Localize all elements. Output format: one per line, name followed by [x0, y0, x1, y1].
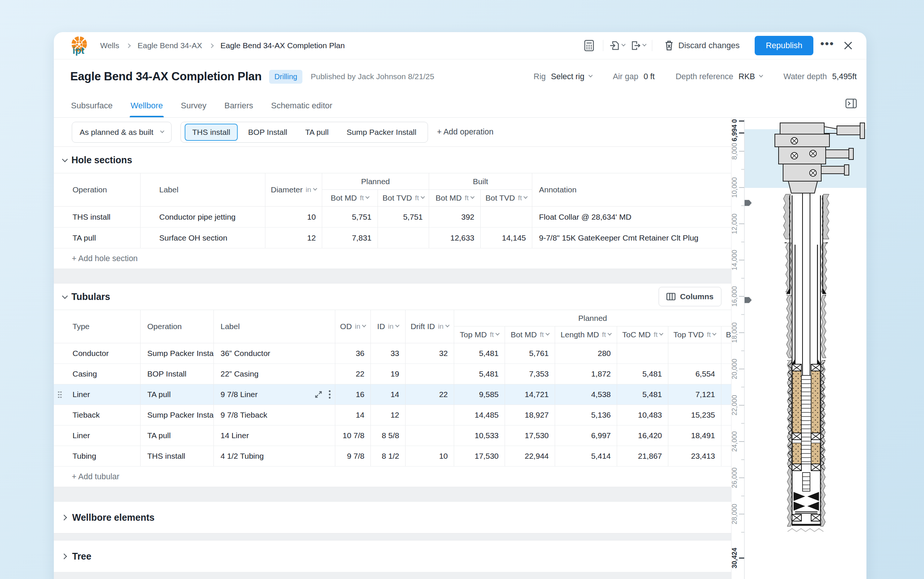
export-button[interactable]: [629, 37, 647, 54]
collapse-tubulars-icon[interactable]: [62, 293, 68, 299]
breadcrumb-item[interactable]: Eagle Bend 34-AX: [138, 41, 202, 50]
svg-text:30,424: 30,424: [732, 548, 738, 568]
unit-chevron-icon[interactable]: [362, 323, 366, 327]
rig-select[interactable]: Select rig: [551, 72, 592, 82]
column-header-top-md: Top MDft: [454, 327, 505, 343]
unit-chevron-icon[interactable]: [495, 331, 500, 335]
table-row[interactable]: Casing BOP Install 22” Casing: [54, 364, 731, 384]
published-info: Published by Jack Johnson 8/21/25: [311, 72, 434, 81]
tubulars-table-header: Type Operation Label ODin IDin Drift IDi…: [54, 310, 731, 343]
operation-chip[interactable]: BOP Install: [241, 124, 295, 141]
operations-toolbar: As planned & as built THS installBOP Ins…: [54, 118, 731, 147]
discard-changes-button[interactable]: Discard changes: [657, 37, 747, 54]
column-header-toc-md: ToC MDft: [617, 327, 668, 343]
section-gap: [54, 533, 731, 541]
svg-text:14,000: 14,000: [732, 250, 738, 270]
table-row[interactable]: Tieback Sump Packer Install 9 7/8 Tiebac…: [54, 405, 731, 425]
more-menu-button[interactable]: •••: [820, 38, 834, 50]
group-header-built: Built: [429, 173, 532, 190]
depth-reference-field: Depth reference RKB: [676, 72, 762, 82]
breadcrumb: Wells Eagle Bend 34-AX Eagle Bend 34-AX …: [100, 41, 345, 50]
close-button[interactable]: [839, 37, 857, 54]
collapse-hole-sections-icon[interactable]: [62, 156, 68, 162]
top-bar: ipt Wells Eagle Bend 34-AX Eagle Bend 34…: [54, 32, 867, 59]
operation-chip[interactable]: Sump Packer Install: [339, 124, 424, 141]
tab[interactable]: Barriers: [223, 94, 254, 117]
expand-panel-button[interactable]: [845, 99, 857, 110]
unit-chevron-icon[interactable]: [395, 323, 399, 327]
unit-chevron-icon[interactable]: [659, 331, 664, 335]
column-header-type: Type: [54, 310, 141, 343]
operation-chip[interactable]: TA pull: [298, 124, 336, 141]
unit-chevron-icon[interactable]: [524, 195, 528, 199]
table-row[interactable]: THS install Conductor pipe jetting 10 5,…: [54, 206, 731, 227]
add-tubular-button[interactable]: + Add tubular: [72, 472, 119, 481]
table-row[interactable]: Conductor Sump Packer Install 36” Conduc…: [54, 343, 731, 364]
tab[interactable]: Wellbore: [130, 94, 163, 117]
group-header-planned: Planned: [454, 310, 731, 327]
main-content: As planned & as built THS installBOP Ins…: [54, 118, 731, 579]
column-header-od: ODin: [335, 310, 371, 343]
tree-section-header[interactable]: Tree: [54, 541, 731, 572]
table-row[interactable]: Liner TA pull 14 Liner: [54, 425, 731, 446]
unit-chevron-icon[interactable]: [608, 331, 611, 335]
unit-chevron-icon[interactable]: [365, 195, 370, 199]
drag-handle[interactable]: [57, 391, 62, 398]
column-header-annotation: Annotation: [532, 173, 731, 206]
unit-chevron-icon[interactable]: [470, 195, 474, 199]
breadcrumb-chevron-icon: [209, 43, 214, 48]
column-header-top-tvd: Top TVDft: [668, 327, 721, 343]
tubulars-table-body: Conductor Sump Packer Install 36” Conduc…: [54, 343, 731, 466]
republish-button[interactable]: Republish: [755, 36, 814, 55]
panel-expand-icon: [845, 99, 857, 108]
expand-row-icon[interactable]: [314, 390, 323, 399]
wellbore-schematic-panel: 06,9948,00010,00012,00014,00016,00018,00…: [731, 118, 867, 579]
rig-chevron-icon: [588, 73, 593, 77]
breadcrumb-item[interactable]: Wells: [100, 41, 119, 50]
wellbore-elements-section-header[interactable]: Wellbore elements: [54, 502, 731, 533]
unit-chevron-icon[interactable]: [313, 186, 317, 190]
add-hole-section-button[interactable]: + Add hole section: [72, 254, 138, 263]
column-header-drift-id: Drift IDin: [406, 310, 454, 343]
filter-chevron-icon: [161, 129, 164, 132]
column-header-label: Label: [214, 310, 335, 343]
wellbore-schematic: 06,9948,00010,00012,00014,00016,00018,00…: [732, 118, 867, 579]
depth-reference-chevron-icon: [759, 73, 763, 77]
unit-chevron-icon[interactable]: [445, 323, 449, 327]
depth-reference-select[interactable]: RKB: [739, 72, 762, 82]
calculator-button[interactable]: [580, 37, 598, 54]
unit-chevron-icon[interactable]: [421, 195, 424, 199]
ipt-logo-icon: ipt: [69, 35, 90, 56]
tubulars-section: Tubulars Columns Type Operation Labe: [54, 283, 731, 487]
tab[interactable]: Subsurface: [70, 94, 113, 117]
plan-filter-select[interactable]: As planned & as built: [72, 122, 172, 143]
svg-text:20,000: 20,000: [732, 358, 738, 379]
svg-text:22,000: 22,000: [732, 395, 738, 415]
page-title: Eagle Bend 34-AX Completion Plan: [70, 70, 262, 83]
svg-text:10,000: 10,000: [732, 177, 738, 198]
breadcrumb-chevron-icon: [126, 43, 131, 48]
column-header-planned-bot-md: Bot MDft: [322, 190, 378, 206]
svg-text:24,000: 24,000: [732, 431, 738, 451]
column-header-bot-md: Bot MDft: [505, 327, 555, 343]
svg-text:0: 0: [732, 119, 738, 123]
import-icon: [609, 40, 621, 51]
column-header-built-bot-tvd: Bot TVDft: [481, 190, 532, 206]
operation-chip-group: THS installBOP InstallTA pullSump Packer…: [180, 122, 428, 143]
columns-button[interactable]: Columns: [659, 287, 721, 306]
unit-chevron-icon[interactable]: [546, 331, 549, 335]
import-button[interactable]: [608, 37, 626, 54]
tab-bar: SubsurfaceWellboreSurveyBarriersSchemati…: [54, 94, 867, 118]
svg-text:6,994: 6,994: [732, 124, 738, 141]
tab[interactable]: Schematic editor: [270, 94, 333, 117]
add-operation-button[interactable]: + Add operation: [437, 128, 493, 137]
operation-chip[interactable]: THS install: [185, 124, 238, 141]
svg-text:12,000: 12,000: [732, 214, 738, 234]
table-row[interactable]: Tubing THS install 4 1/2 Tubing: [54, 446, 731, 466]
table-row[interactable]: TA pull Surface OH section 12 7,831 12,6…: [54, 227, 731, 249]
expand-wellbore-elements-icon: [61, 514, 67, 520]
table-row[interactable]: Liner TA pull 9 7/8 Liner: [54, 384, 731, 405]
row-menu-icon[interactable]: [328, 390, 331, 399]
tab[interactable]: Survey: [180, 94, 207, 117]
unit-chevron-icon[interactable]: [713, 331, 716, 335]
